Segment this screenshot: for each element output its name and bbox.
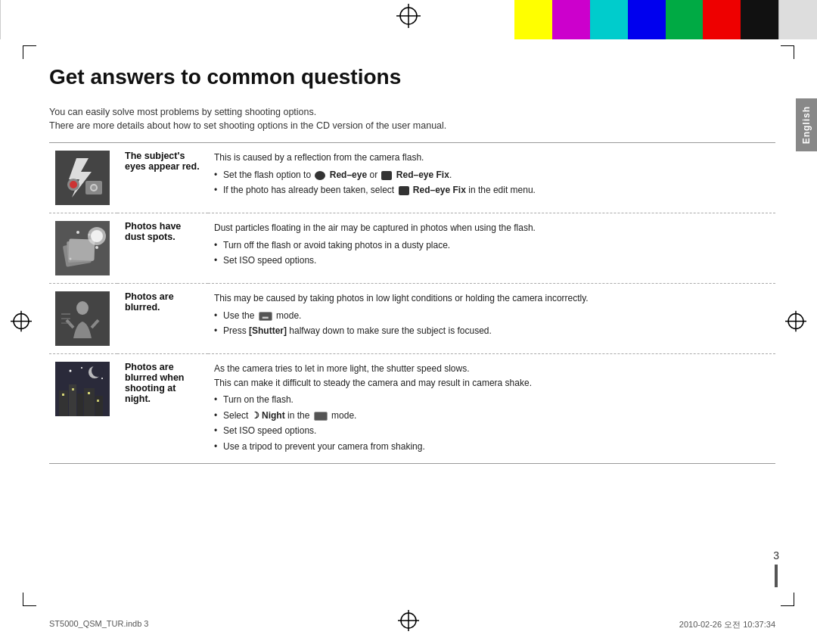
page-title: Get answers to common questions bbox=[49, 64, 775, 90]
swatch-red bbox=[703, 0, 741, 39]
main-content: Get answers to common questions You can … bbox=[49, 64, 775, 602]
bullet-item: Use the ▬ mode. bbox=[214, 309, 769, 323]
svg-rect-46 bbox=[95, 396, 103, 416]
solution-intro-3b: This can make it difficult to steady the… bbox=[214, 376, 769, 390]
image-dust bbox=[55, 221, 110, 275]
svg-point-24 bbox=[91, 230, 103, 242]
intro-text: You can easily solve most problems by se… bbox=[49, 105, 775, 134]
solution-intro-1: Dust particles floating in the air may b… bbox=[214, 221, 769, 235]
cell-problem-blurred: Photos are blurred. bbox=[117, 284, 208, 354]
cell-solution-night: As the camera tries to let in more light… bbox=[208, 354, 775, 464]
bullet-item: Turn off the flash or avoid taking photo… bbox=[214, 238, 769, 253]
swatch-13 bbox=[0, 0, 1, 39]
top-bar bbox=[0, 0, 817, 39]
corner-mark-bl bbox=[23, 593, 36, 606]
svg-rect-49 bbox=[88, 392, 90, 394]
corner-mark-tl bbox=[23, 45, 36, 59]
solution-bullets-3: Turn on the flash. Select ☽ Night in the… bbox=[214, 393, 769, 453]
svg-point-38 bbox=[92, 365, 104, 377]
image-blurred bbox=[55, 291, 110, 346]
swatch-blue bbox=[628, 0, 666, 39]
corner-mark-br bbox=[781, 593, 794, 606]
table-row: Photos are blurred. This may be caused b… bbox=[49, 284, 775, 354]
image-red-eye bbox=[55, 151, 110, 205]
solution-bullets-0: Set the flash option to Red–eye or Red–e… bbox=[214, 168, 769, 198]
bullet-item: Set the flash option to Red–eye or Red–e… bbox=[214, 168, 769, 182]
reg-mark-top bbox=[396, 4, 421, 30]
image-night bbox=[55, 362, 110, 416]
svg-rect-47 bbox=[62, 394, 64, 396]
bullet-item: Use a tripod to prevent your camera from… bbox=[214, 440, 769, 454]
swatch-lightgray bbox=[778, 0, 817, 39]
svg-point-16 bbox=[92, 185, 96, 190]
svg-point-28 bbox=[70, 258, 72, 260]
svg-rect-44 bbox=[77, 394, 83, 416]
bullet-item: Set ISO speed options. bbox=[214, 424, 769, 438]
table-row: Photos have dust spots. Dust particles f… bbox=[49, 213, 775, 284]
intro-line-2: There are more details about how to set … bbox=[49, 119, 775, 133]
swatch-yellow bbox=[514, 0, 552, 39]
svg-point-26 bbox=[89, 234, 91, 236]
gray-swatches bbox=[0, 0, 1, 39]
footer-right: 2010-02-26 오전 10:37:34 bbox=[679, 619, 775, 630]
svg-point-40 bbox=[81, 367, 82, 369]
cell-solution-blurred: This may be caused by taking photos in l… bbox=[208, 284, 775, 354]
solution-bullets-1: Turn off the flash or avoid taking photo… bbox=[214, 238, 769, 268]
svg-point-41 bbox=[101, 378, 103, 379]
cell-problem-dust: Photos have dust spots. bbox=[117, 213, 208, 284]
svg-point-25 bbox=[76, 231, 79, 234]
svg-point-30 bbox=[76, 301, 89, 315]
svg-point-39 bbox=[70, 370, 72, 372]
intro-line-1: You can easily solve most problems by se… bbox=[49, 105, 775, 120]
table-row: The subject's eyes appear red. This is c… bbox=[49, 143, 775, 213]
svg-rect-48 bbox=[72, 388, 74, 390]
cell-solution-red-eye: This is caused by a reflection from the … bbox=[208, 143, 775, 213]
footer: ST5000_QSM_TUR.indb 3 2010-02-26 오전 10:3… bbox=[49, 619, 775, 630]
bullet-item: Turn on the flash. bbox=[214, 393, 769, 407]
cell-image-blurred bbox=[49, 284, 117, 354]
swatch-cyan bbox=[590, 0, 628, 39]
svg-rect-50 bbox=[97, 400, 99, 402]
table-row: Photos are blurred when shooting at nigh… bbox=[49, 354, 775, 464]
content-table: The subject's eyes appear red. This is c… bbox=[49, 142, 775, 464]
bullet-item: Set ISO speed options. bbox=[214, 254, 769, 268]
corner-mark-tr bbox=[781, 45, 794, 59]
swatch-black bbox=[741, 0, 778, 39]
bullet-item: Select ☽ Night in the mode. bbox=[214, 409, 769, 423]
reg-mark-right bbox=[785, 310, 806, 334]
solution-bullets-2: Use the ▬ mode. Press [Shutter] halfway … bbox=[214, 309, 769, 338]
svg-point-27 bbox=[95, 246, 98, 249]
solution-intro-3a: As the camera tries to let in more light… bbox=[214, 362, 769, 376]
bullet-item: If the photo has already been taken, sel… bbox=[214, 183, 769, 198]
cell-image-red-eye bbox=[49, 143, 117, 213]
swatch-magenta bbox=[552, 0, 590, 39]
cell-image-dust bbox=[49, 213, 117, 284]
solution-intro-2: This may be caused by taking photos in l… bbox=[214, 291, 769, 306]
cell-solution-dust: Dust particles floating in the air may b… bbox=[208, 213, 775, 284]
solution-intro-0: This is caused by a reflection from the … bbox=[214, 151, 769, 165]
color-swatches bbox=[514, 0, 817, 39]
swatch-green bbox=[666, 0, 704, 39]
cell-problem-night: Photos are blurred when shooting at nigh… bbox=[117, 354, 208, 464]
english-tab-label: English bbox=[801, 106, 812, 144]
cell-image-night bbox=[49, 354, 117, 464]
svg-point-18 bbox=[70, 181, 77, 188]
bullet-item: Press [Shutter] halfway down to make sur… bbox=[214, 324, 769, 338]
cell-problem-red-eye: The subject's eyes appear red. bbox=[117, 143, 208, 213]
reg-mark-left bbox=[11, 310, 32, 334]
english-tab: English bbox=[796, 98, 817, 151]
footer-left: ST5000_QSM_TUR.indb 3 bbox=[49, 619, 148, 630]
